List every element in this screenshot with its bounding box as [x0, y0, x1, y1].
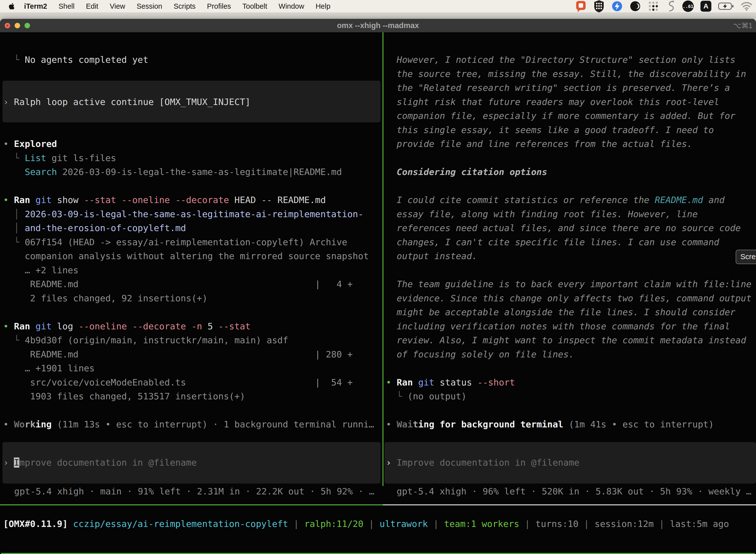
battery-icon[interactable] [718, 2, 734, 10]
terminal-line: 1903 files changed, 513517 insertions(+) [3, 389, 381, 403]
terminal-line: src/voice/voiceModeEnabled.ts | 54 + [3, 376, 381, 390]
terminal-line: However, I noticed the "Directory Struct… [386, 53, 755, 67]
terminal-line: review. Also, I might want to inspect th… [386, 333, 755, 347]
menu-items: iTerm2ShellEditViewSessionScriptsProfile… [18, 0, 336, 12]
window-shortcut-badge: ⌥⌘1 [733, 19, 753, 32]
terminal-line: Search 2026-03-09-is-legal-the-same-as-l… [3, 165, 381, 179]
terminal-line: this single essay, it seems like a good … [386, 123, 755, 137]
macos-menu-bar: iTerm2ShellEditViewSessionScriptsProfile… [0, 0, 756, 12]
menu-item[interactable]: Shell [53, 0, 80, 12]
right-model-status: gpt-5.4 xhigh · 96% left · 520K in · 5.8… [397, 485, 751, 499]
terminal-line: • Working (11m 13s • esc to interrupt) ·… [3, 418, 381, 432]
terminal-line: › Ralph loop active continue [OMX_TMUX_I… [3, 95, 381, 109]
terminal-line [3, 403, 381, 418]
timer-badge-icon[interactable]: ..61 [682, 0, 694, 12]
terminal-line [386, 403, 755, 418]
tmux-host-clock: "MacBook-Pro-44.local" 04:52 31-Mar-26 [548, 553, 753, 554]
terminal-line [386, 179, 755, 193]
dots-grid-icon[interactable] [648, 0, 659, 12]
terminal-line: including verification notes with those … [386, 320, 755, 334]
menu-item[interactable]: Profiles [201, 0, 237, 12]
right-pane-output: However, I noticed the "Directory Struct… [386, 53, 755, 432]
terminal-line: companion analysis without altering the … [3, 249, 381, 263]
terminal-line: └ List git ls-files [3, 151, 381, 165]
squiggle-icon[interactable] [666, 0, 676, 12]
terminal-line: slight risk that future readers may over… [386, 95, 755, 109]
terminal-line: I could cite commit statistics or refere… [386, 193, 755, 207]
terminal-line: references need actual files, and since … [386, 221, 755, 235]
tmux-status-bar: [omx-cczip0:bash* "MacBook-Pro-44.local"… [1, 553, 755, 554]
menu-item[interactable]: Session [131, 0, 168, 12]
menu-item[interactable]: Toolbelt [237, 0, 273, 12]
menu-item[interactable]: View [104, 0, 131, 12]
terminal-line: changes, I can't cite specific file line… [386, 235, 755, 250]
terminal-line: evidence. Since this change only affects… [386, 291, 755, 306]
window-titlebar[interactable]: omx --xhigh --madmax ⌥⌘1 [0, 19, 756, 33]
apple-menu-icon[interactable] [8, 2, 15, 10]
terminal-line: output instead. [386, 249, 755, 263]
left-pane-output: └ No agents completed yet › Ralph loop a… [3, 53, 381, 432]
right-input-line[interactable]: › Improve documentation in @filename [386, 456, 579, 470]
terminal-line: companion file, especially if more comme… [386, 109, 755, 123]
terminal-line: 2 files changed, 92 insertions(+) [3, 291, 381, 306]
terminal-line: the "Related research writing" section i… [386, 81, 755, 95]
terminal-line [3, 305, 381, 320]
terminal-line [3, 109, 381, 123]
left-input-line[interactable]: › Improve documentation in @filename [3, 456, 197, 470]
terminal-line: • Waiting for background terminal (1m 41… [386, 418, 755, 432]
terminal-line: might be acceptable alongside the file l… [386, 305, 755, 320]
crescent-moon-icon[interactable] [630, 0, 641, 12]
terminal-line [386, 263, 755, 277]
terminal-line: essay file, along with finding root file… [386, 207, 755, 221]
left-pane-bottom-border [0, 504, 383, 505]
terminal-area: └ No agents completed yet › Ralph loop a… [0, 32, 756, 554]
terminal-line: of focusing solely on file lines. [386, 347, 755, 362]
terminal-line [3, 81, 381, 95]
terminal-line [3, 179, 381, 193]
left-model-status: gpt-5.4 xhigh · main · 91% left · 2.31M … [14, 485, 374, 499]
terminal-line: the source tree, missing the essay. Stil… [386, 67, 755, 81]
terminal-line [3, 67, 381, 81]
terminal-line [3, 123, 381, 137]
terminal-line: │ 2026-03-09-is-legal-the-same-as-legiti… [3, 207, 381, 221]
terminal-line: The team guideline is to back every impo… [386, 277, 755, 291]
terminal-line: └ No agents completed yet [3, 53, 381, 67]
wifi-icon[interactable] [741, 2, 753, 11]
terminal-line: README.md | 280 + [3, 347, 381, 362]
terminal-line [386, 151, 755, 165]
menu-status-icons: ..61 A [575, 0, 753, 12]
terminal-line [386, 362, 755, 376]
keyboard-layout-icon[interactable]: A [700, 1, 711, 12]
menu-item[interactable]: Scripts [168, 0, 201, 12]
terminal-line: └ 067f154 (HEAD -> essay/ai-reimplementa… [3, 235, 381, 250]
menu-item[interactable]: iTerm2 [18, 0, 53, 12]
window-title: omx --xhigh --madmax [0, 19, 756, 32]
chat-app-icon[interactable] [575, 0, 586, 12]
menu-item[interactable]: Edit [80, 0, 104, 12]
terminal-line: └ (no output) [386, 389, 755, 403]
terminal-line: … +2 lines [3, 263, 381, 277]
menu-item[interactable]: Window [273, 0, 310, 12]
terminal-line: … +1901 lines [3, 362, 381, 376]
terminal-line: Considering citation options [386, 165, 755, 179]
terminal-line: • Ran git status --short [386, 376, 755, 390]
screen-tooltip: Scre [736, 250, 756, 264]
terminal-line: └ 4b9d30f (origin/main, instructkr/main,… [3, 333, 381, 347]
terminal-line: • Explored [3, 137, 381, 151]
iterm2-window: omx --xhigh --madmax ⌥⌘1 └ No agents com… [0, 19, 756, 554]
screen: iTerm2ShellEditViewSessionScriptsProfile… [0, 0, 756, 554]
right-pane-bottom-border [383, 504, 756, 505]
terminal-line: │ and-the-erosion-of-copyleft.md [3, 221, 381, 235]
omx-status-line: [OMX#0.11.9] cczip/essay/ai-reimplementa… [3, 517, 729, 531]
pane-divider-vertical[interactable] [382, 32, 383, 486]
terminal-line: • Ran git show --stat --oneline --decora… [3, 193, 381, 207]
tmux-session-label: [omx-cczip0:bash* [3, 553, 95, 554]
terminal-line: • Ran git log --oneline --decorate -n 5 … [3, 320, 381, 334]
terminal-line: provide file and line references from th… [386, 137, 755, 151]
terminal-line: README.md | 4 + [3, 277, 381, 291]
menu-item[interactable]: Help [310, 0, 336, 12]
shield-grid-icon[interactable] [593, 0, 605, 13]
blue-lightning-icon[interactable] [611, 0, 623, 12]
